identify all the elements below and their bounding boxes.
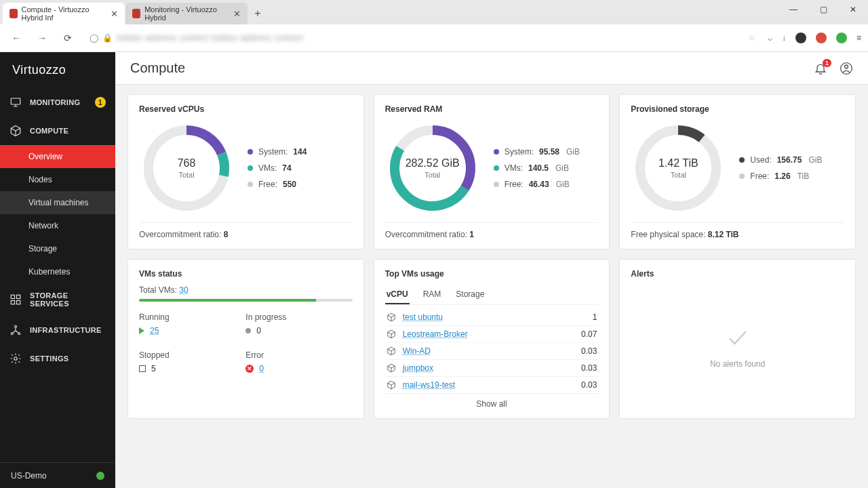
window-close-button[interactable]: ✕ bbox=[838, 0, 868, 19]
vm-usage: 0.03 bbox=[581, 363, 597, 373]
card-alerts: Alerts No alerts found bbox=[619, 259, 856, 419]
sidebar-item-settings[interactable]: SETTINGS bbox=[0, 344, 115, 373]
tab-ram[interactable]: RAM bbox=[422, 285, 443, 304]
sidebar-subitem-kubernetes[interactable]: Kubernetes bbox=[0, 260, 115, 283]
legend-dot-icon bbox=[494, 165, 499, 171]
window-maximize-button[interactable]: ▢ bbox=[808, 0, 838, 19]
pocket-icon[interactable]: ⌵ bbox=[768, 33, 772, 43]
address-text: hidden address content hidden address co… bbox=[117, 33, 303, 43]
extension-icon[interactable] bbox=[795, 33, 806, 43]
browser-tab[interactable]: Monitoring - Virtuozzo Hybrid ✕ bbox=[125, 3, 248, 24]
stat-stopped: Stopped 5 bbox=[139, 350, 245, 373]
card-title: Top VMs usage bbox=[385, 269, 599, 279]
shield-icon: ◯ bbox=[90, 33, 98, 43]
header-icons: 1 bbox=[814, 62, 853, 75]
sidebar-item-compute[interactable]: COMPUTE bbox=[0, 117, 115, 145]
sidebar-subitem-storage[interactable]: Storage bbox=[0, 237, 115, 260]
donut-label: Total bbox=[671, 171, 686, 179]
vm-row: test ubuntu1 bbox=[385, 309, 599, 326]
tab-storage[interactable]: Storage bbox=[454, 285, 486, 304]
vm-link[interactable]: jumpbox bbox=[403, 363, 433, 373]
vm-row: jumpbox0.03 bbox=[385, 360, 599, 377]
vm-usage: 0.03 bbox=[581, 346, 597, 356]
card-footer: Free physical space: 8.12 TiB bbox=[631, 222, 844, 239]
donut-chart-storage: 1.42 TiB Total bbox=[631, 121, 726, 216]
legend-row: System: 95.58GiB bbox=[494, 147, 580, 157]
check-icon bbox=[726, 325, 750, 350]
storage-icon bbox=[9, 293, 22, 306]
legend-row: Free: 46.43GiB bbox=[494, 180, 580, 189]
card-title: Reserved RAM bbox=[385, 104, 599, 114]
lock-icon: 🔒 bbox=[102, 33, 113, 43]
legend-dot-icon bbox=[494, 182, 499, 187]
vm-link[interactable]: Win-AD bbox=[403, 346, 431, 356]
sidebar-footer[interactable]: US-Demo bbox=[0, 462, 115, 488]
cube-icon bbox=[387, 346, 396, 356]
svg-rect-4 bbox=[17, 301, 20, 304]
window-minimize-button[interactable]: — bbox=[778, 0, 808, 19]
error-link[interactable]: 0 bbox=[259, 364, 264, 373]
browser-tab-strip: Compute - Virtuozzo Hybrid Inf ✕ Monitor… bbox=[0, 0, 868, 24]
tab-vcpu[interactable]: vCPU bbox=[385, 285, 410, 304]
vms-total-link[interactable]: 30 bbox=[179, 285, 188, 295]
stat-running: Running 25 bbox=[139, 312, 245, 336]
svg-point-8 bbox=[14, 357, 18, 361]
legend-row: VMs: 74 bbox=[248, 163, 307, 173]
vm-link[interactable]: mail-ws19-test bbox=[403, 380, 455, 390]
show-all-link[interactable]: Show all bbox=[385, 393, 599, 409]
vm-link[interactable]: test ubuntu bbox=[403, 312, 443, 322]
bookmark-star-icon[interactable]: ☆ bbox=[748, 33, 755, 43]
card-footer: Overcommitment ratio: 1 bbox=[385, 222, 599, 239]
running-link[interactable]: 25 bbox=[150, 326, 159, 336]
browser-tab-active[interactable]: Compute - Virtuozzo Hybrid Inf ✕ bbox=[3, 3, 125, 24]
refresh-button[interactable]: ⟳ bbox=[58, 28, 77, 47]
logo: Virtuozzo bbox=[0, 52, 115, 88]
favicon-icon bbox=[132, 9, 140, 18]
extension-icon[interactable] bbox=[836, 33, 847, 43]
legend-row: VMs: 140.5GiB bbox=[494, 163, 580, 173]
menu-icon[interactable]: ≡ bbox=[856, 33, 861, 43]
sidebar-subitem-nodes[interactable]: Nodes bbox=[0, 168, 115, 191]
sidebar: Virtuozzo MONITORING 1 COMPUTE Overview … bbox=[0, 52, 115, 488]
sidebar-subitem-vms[interactable]: Virtual machines bbox=[0, 191, 115, 214]
legend-dot-icon bbox=[248, 165, 253, 171]
page-header: Compute 1 bbox=[115, 52, 868, 85]
close-icon[interactable]: ✕ bbox=[233, 9, 241, 19]
notifications-button[interactable]: 1 bbox=[814, 62, 827, 75]
sidebar-item-label: STORAGE SERVICES bbox=[30, 291, 106, 308]
donut-chart-vcpus: 768 Total bbox=[139, 121, 234, 216]
close-icon[interactable]: ✕ bbox=[111, 9, 118, 19]
legend-row: Used: 156.75GiB bbox=[739, 155, 822, 165]
downloads-icon[interactable]: ↓ bbox=[782, 33, 786, 43]
sidebar-subitem-network[interactable]: Network bbox=[0, 214, 115, 237]
legend-dot-icon bbox=[248, 149, 253, 155]
vm-link[interactable]: Leostream-Broker bbox=[403, 329, 468, 339]
extension-icon[interactable] bbox=[816, 33, 827, 43]
sidebar-item-label: MONITORING bbox=[30, 98, 80, 106]
cube-icon bbox=[387, 380, 396, 390]
user-menu-button[interactable] bbox=[840, 62, 853, 75]
stat-error: Error ✕0 bbox=[245, 350, 352, 373]
vm-list: test ubuntu1Leostream-Broker0.07Win-AD0.… bbox=[385, 309, 599, 393]
forward-button[interactable]: → bbox=[33, 28, 52, 47]
vm-row: Win-AD0.03 bbox=[385, 343, 599, 360]
donut-value: 1.42 TiB bbox=[658, 157, 698, 169]
card-title: Alerts bbox=[631, 269, 844, 279]
infra-icon bbox=[9, 324, 22, 336]
sidebar-item-infrastructure[interactable]: INFRASTRUCTURE bbox=[0, 316, 115, 344]
alerts-empty: No alerts found bbox=[631, 285, 844, 409]
cube-icon bbox=[387, 329, 396, 339]
sidebar-item-storage-services[interactable]: STORAGE SERVICES bbox=[0, 283, 115, 316]
sidebar-badge: 1 bbox=[95, 97, 106, 108]
new-tab-button[interactable]: + bbox=[248, 4, 267, 23]
alerts-empty-text: No alerts found bbox=[710, 359, 765, 369]
error-icon: ✕ bbox=[245, 365, 254, 373]
address-bar[interactable]: ◯ 🔒 hidden address content hidden addres… bbox=[84, 30, 761, 45]
tab-title: Monitoring - Virtuozzo Hybrid bbox=[144, 5, 228, 22]
back-button[interactable]: ← bbox=[7, 28, 26, 47]
sidebar-subitem-overview[interactable]: Overview bbox=[0, 145, 115, 168]
browser-chrome: Compute - Virtuozzo Hybrid Inf ✕ Monitor… bbox=[0, 0, 868, 52]
svg-rect-1 bbox=[11, 295, 14, 298]
play-icon bbox=[139, 327, 144, 334]
sidebar-item-monitoring[interactable]: MONITORING 1 bbox=[0, 88, 115, 117]
